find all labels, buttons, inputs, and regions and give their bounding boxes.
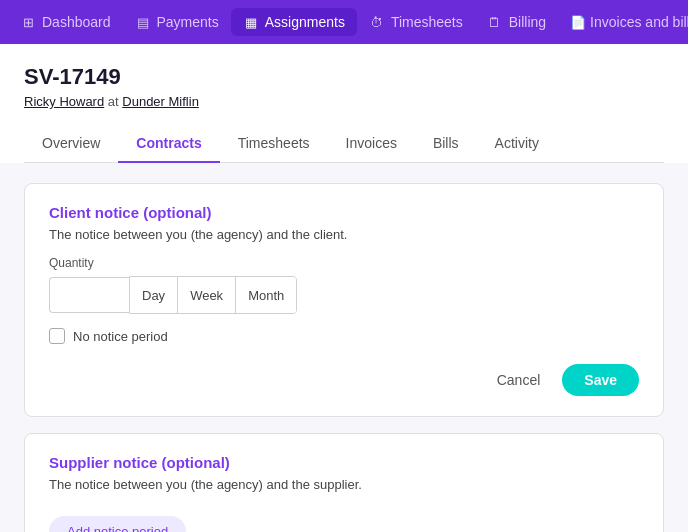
page-title: SV-17149 [24,64,664,90]
nav-label-dashboard: Dashboard [42,14,111,30]
billing-icon: 🗒 [487,14,503,30]
main-area: Client notice (optional) The notice betw… [0,163,688,532]
period-day-button[interactable]: Day [130,277,178,313]
quantity-label: Quantity [49,256,639,270]
tab-activity[interactable]: Activity [477,125,557,163]
nav-item-dashboard[interactable]: ⊞ Dashboard [8,8,123,36]
nav-item-invoices[interactable]: 📄 Invoices and bills ▾ [558,8,688,36]
tab-overview[interactable]: Overview [24,125,118,163]
nav-item-billing[interactable]: 🗒 Billing [475,8,558,36]
tab-bills[interactable]: Bills [415,125,477,163]
no-notice-checkbox[interactable] [49,328,65,344]
page-content: SV-17149 Ricky Howard at Dunder Miflin O… [0,44,688,532]
company-link[interactable]: Dunder Miflin [122,94,199,109]
nav-label-billing: Billing [509,14,546,30]
quantity-row: Day Week Month [49,276,639,314]
tab-contracts[interactable]: Contracts [118,125,219,163]
period-week-button[interactable]: Week [178,277,236,313]
save-button[interactable]: Save [562,364,639,396]
add-notice-button[interactable]: Add notice period [49,516,186,532]
nav-label-invoices: Invoices and bills [590,14,688,30]
supplier-notice-desc: The notice between you (the agency) and … [49,477,639,492]
assignments-icon: ▦ [243,14,259,30]
payments-icon: ▤ [135,14,151,30]
client-notice-card: Client notice (optional) The notice betw… [24,183,664,417]
quantity-input[interactable] [49,277,129,313]
period-month-button[interactable]: Month [236,277,296,313]
page-subtitle: Ricky Howard at Dunder Miflin [24,94,664,109]
tab-invoices[interactable]: Invoices [328,125,415,163]
client-notice-title: Client notice (optional) [49,204,639,221]
tab-timesheets[interactable]: Timesheets [220,125,328,163]
nav-label-timesheets: Timesheets [391,14,463,30]
no-notice-row: No notice period [49,328,639,344]
top-nav: ⊞ Dashboard ▤ Payments ▦ Assignments ⏱ T… [0,0,688,44]
dashboard-icon: ⊞ [20,14,36,30]
no-notice-label: No notice period [73,329,168,344]
tabs: Overview Contracts Timesheets Invoices B… [24,125,664,163]
supplier-notice-title: Supplier notice (optional) [49,454,639,471]
client-notice-desc: The notice between you (the agency) and … [49,227,639,242]
period-buttons: Day Week Month [129,276,297,314]
invoices-icon: 📄 [570,14,586,30]
nav-item-timesheets[interactable]: ⏱ Timesheets [357,8,475,36]
subtitle-at: at [108,94,122,109]
timesheets-icon: ⏱ [369,14,385,30]
nav-label-assignments: Assignments [265,14,345,30]
nav-label-payments: Payments [157,14,219,30]
person-link[interactable]: Ricky Howard [24,94,104,109]
nav-item-assignments[interactable]: ▦ Assignments [231,8,357,36]
supplier-notice-card: Supplier notice (optional) The notice be… [24,433,664,532]
nav-item-payments[interactable]: ▤ Payments [123,8,231,36]
cancel-button[interactable]: Cancel [485,364,553,396]
page-header: SV-17149 Ricky Howard at Dunder Miflin [24,64,664,109]
action-row: Cancel Save [49,364,639,396]
